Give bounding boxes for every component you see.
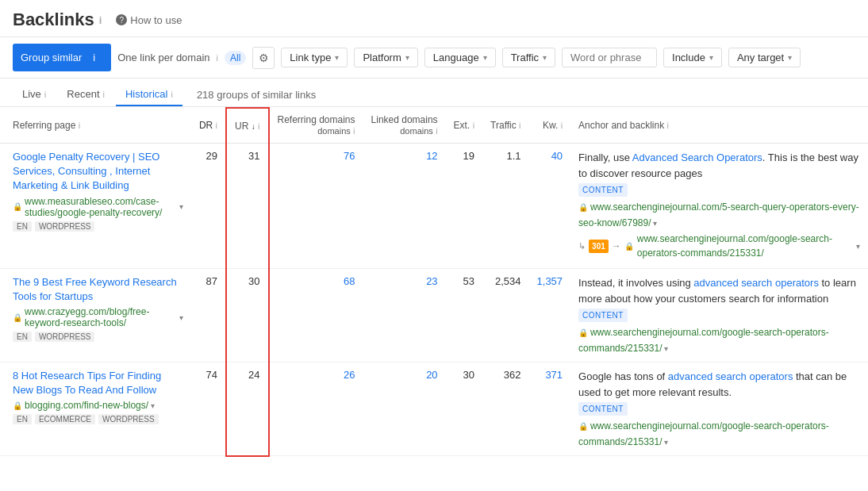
how-to-use-link[interactable]: ? How to use xyxy=(116,14,182,26)
page-title-info[interactable]: i xyxy=(99,14,102,26)
referring-domains-cell: 68 xyxy=(269,269,363,362)
referring-domains-link[interactable]: 76 xyxy=(344,150,355,162)
tag-badge: ECOMMERCE xyxy=(35,414,95,424)
referring-domains-link[interactable]: 26 xyxy=(344,369,355,381)
recent-info: i xyxy=(103,90,105,99)
linked-domains-cell: 20 xyxy=(363,362,446,456)
chevron-down-icon: ▾ xyxy=(543,53,547,62)
chevron-down-icon: ▾ xyxy=(335,53,339,62)
backlink-chevron-icon[interactable]: ▾ xyxy=(663,438,669,447)
backlink-url-link[interactable]: www.searchenginejournal.com/google-searc… xyxy=(578,420,829,447)
referring-page-title-link[interactable]: Google Penalty Recovery | SEO Services, … xyxy=(13,151,159,191)
tab-recent[interactable]: Recent i xyxy=(57,83,114,106)
redirect-chevron-icon[interactable]: ▾ xyxy=(856,240,860,252)
dropdown-chevron-icon[interactable]: ▾ xyxy=(179,202,183,211)
lock-icon: 🔒 xyxy=(13,401,22,410)
settings-button[interactable]: ⚙ xyxy=(252,47,275,69)
ur-cell: 31 xyxy=(226,144,268,269)
col-header-ext[interactable]: Ext. i xyxy=(446,108,482,144)
dropdown-chevron-icon[interactable]: ▾ xyxy=(151,401,155,410)
word-phrase-input[interactable] xyxy=(562,48,657,67)
kw-link[interactable]: 1,357 xyxy=(537,275,563,287)
content-badge: CONTENT xyxy=(578,402,628,416)
toolbar: Group similar i One link per domain i Al… xyxy=(0,37,868,79)
referring-page-title-link[interactable]: 8 Hot Research Tips For Finding New Blog… xyxy=(13,370,161,396)
backlink-url-link[interactable]: www.searchenginejournal.com/5-search-que… xyxy=(578,201,859,228)
linked-domains-link[interactable]: 12 xyxy=(426,150,437,162)
referring-domains-link[interactable]: 68 xyxy=(344,275,355,287)
dr-cell: 29 xyxy=(191,144,226,269)
col-header-traffic[interactable]: Traffic i xyxy=(482,108,528,144)
ur-cell: 30 xyxy=(226,269,268,362)
traffic-cell: 1.1 xyxy=(482,144,528,269)
tab-live[interactable]: Live i xyxy=(13,83,56,106)
redirect-arrow-icon: ↳ xyxy=(578,240,586,253)
group-similar-button[interactable]: Group similar i xyxy=(13,44,111,71)
ext-cell: 30 xyxy=(446,362,482,456)
ur-sort-icon: ↓ xyxy=(252,122,255,131)
tag-badge: EN xyxy=(13,221,32,232)
domain-link[interactable]: 🔒 blogging.com/find-new-blogs/ ▾ xyxy=(13,400,183,411)
chevron-down-icon: ▾ xyxy=(788,53,792,62)
referring-page-info-icon: i xyxy=(79,121,80,130)
chevron-down-icon: ▾ xyxy=(709,53,713,62)
language-dropdown[interactable]: Language ▾ xyxy=(424,48,496,67)
chevron-down-icon: ▾ xyxy=(405,53,409,62)
tab-historical[interactable]: Historical i xyxy=(116,83,182,106)
anchor-text-link[interactable]: advanced search operators xyxy=(693,277,819,289)
ext-cell: 19 xyxy=(446,144,482,269)
lock-icon: 🔒 xyxy=(13,313,22,322)
tag-badge: WORDPRESS xyxy=(35,332,95,342)
backlink-url-link[interactable]: www.searchenginejournal.com/google-searc… xyxy=(578,327,829,354)
dr-cell: 87 xyxy=(191,269,226,362)
anchor-text-link[interactable]: advanced search operators xyxy=(668,370,793,382)
col-header-anchor-backlink[interactable]: Anchor and backlink i xyxy=(570,108,868,144)
tag-row: ENECOMMERCEWORDPRESS xyxy=(13,414,183,424)
col-header-referring-domains[interactable]: Referring domains domains i xyxy=(269,108,363,144)
col-header-kw[interactable]: Kw. i xyxy=(529,108,571,144)
backlink-lock-icon: 🔒 xyxy=(578,328,590,337)
referring-page-cell: 8 Hot Research Tips For Finding New Blog… xyxy=(0,362,191,456)
referring-page-title-link[interactable]: The 9 Best Free Keyword Research Tools f… xyxy=(13,276,177,302)
tag-badge: EN xyxy=(13,332,32,342)
page-title: Backlinks xyxy=(13,10,94,30)
dr-info-icon: i xyxy=(216,121,217,130)
redirect-target-link[interactable]: www.searchenginejournal.com/google-searc… xyxy=(637,232,853,260)
referring-domains-info-icon: i xyxy=(353,126,355,136)
dropdown-chevron-icon[interactable]: ▾ xyxy=(179,313,183,322)
kw-link[interactable]: 371 xyxy=(545,369,563,381)
backlink-lock-icon: 🔒 xyxy=(578,422,590,431)
col-header-referring-page[interactable]: Referring page i xyxy=(0,108,191,144)
redirect-code-badge: 301 xyxy=(589,240,609,253)
one-link-label: One link per domain xyxy=(117,52,209,63)
groups-count: 218 groups of similar links xyxy=(197,89,316,101)
referring-domains-cell: 76 xyxy=(269,144,363,269)
gear-icon: ⚙ xyxy=(259,52,269,64)
any-target-dropdown[interactable]: Any target ▾ xyxy=(728,48,801,67)
backlinks-table-container: Referring page i DR i UR ↓ i Referring d… xyxy=(0,107,868,457)
anchor-backlink-cell: Finally, use Advanced Search Operators. … xyxy=(570,144,868,269)
traffic-cell: 2,534 xyxy=(482,269,528,362)
all-badge[interactable]: All xyxy=(225,51,246,65)
link-type-dropdown[interactable]: Link type ▾ xyxy=(281,48,348,67)
linked-domains-link[interactable]: 23 xyxy=(426,275,437,287)
kw-link[interactable]: 40 xyxy=(551,150,563,162)
domain-link[interactable]: 🔒 www.measurableseo.com/case-studies/goo… xyxy=(13,196,183,218)
backlink-chevron-icon[interactable]: ▾ xyxy=(651,219,658,228)
include-dropdown[interactable]: Include ▾ xyxy=(663,48,722,67)
domain-link[interactable]: 🔒 www.crazyegg.com/blog/free-keyword-res… xyxy=(13,306,183,328)
platform-dropdown[interactable]: Platform ▾ xyxy=(354,48,417,67)
col-header-ur[interactable]: UR ↓ i xyxy=(226,108,268,144)
tag-row: ENWORDPRESS xyxy=(13,332,183,342)
col-header-dr[interactable]: DR i xyxy=(191,108,226,144)
linked-domains-link[interactable]: 20 xyxy=(426,369,437,381)
ext-cell: 53 xyxy=(446,269,482,362)
content-badge: CONTENT xyxy=(578,309,628,322)
table-row: Google Penalty Recovery | SEO Services, … xyxy=(0,144,868,269)
tag-row: ENWORDPRESS xyxy=(13,221,183,232)
col-header-linked-domains[interactable]: Linked domains domains i xyxy=(363,108,446,144)
anchor-text-link[interactable]: Advanced Search Operators xyxy=(632,152,762,163)
backlink-chevron-icon[interactable]: ▾ xyxy=(663,344,669,353)
traffic-dropdown[interactable]: Traffic ▾ xyxy=(502,48,555,67)
tag-badge: EN xyxy=(13,414,32,424)
